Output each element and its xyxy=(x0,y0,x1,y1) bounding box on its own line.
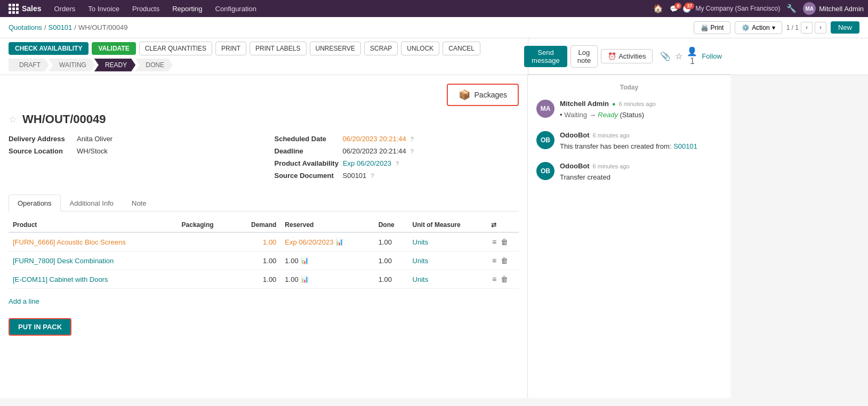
source-location-label: Source Location xyxy=(9,147,73,155)
settings-icon[interactable]: 🔧 xyxy=(784,4,799,13)
msg-status-label: (Status) xyxy=(620,111,645,119)
star-chatter-icon[interactable]: ☆ xyxy=(675,51,682,61)
nav-configuration[interactable]: Configuration xyxy=(209,0,263,17)
msg-time-3: 6 minutes ago xyxy=(593,163,630,169)
packages-button[interactable]: 📦 Packages xyxy=(447,84,519,106)
follow-button[interactable]: Follow xyxy=(702,52,722,60)
product-availability-value[interactable]: Exp 06/20/2023 xyxy=(343,159,391,167)
col-done: Done xyxy=(374,218,408,232)
col-unit: Unit of Measure xyxy=(408,218,487,232)
add-line-button[interactable]: Add a line xyxy=(9,295,39,307)
favorite-star[interactable]: ☆ xyxy=(9,113,17,125)
top-nav-right: 🏠 💬8 🕐37 My Company (San Francisco) 🔧 MA… xyxy=(651,2,864,15)
form-title-row: ☆ WH/OUT/00049 xyxy=(9,112,519,126)
unit-link-2[interactable]: Units xyxy=(413,257,429,265)
tab-operations[interactable]: Operations xyxy=(9,194,61,212)
sub-header: Quotations / S00101 / WH/OUT/00049 🖨️ Pr… xyxy=(0,17,868,38)
unlock-button[interactable]: UNLOCK xyxy=(401,42,439,55)
top-navigation: Sales Orders To Invoice Products Reporti… xyxy=(0,0,868,17)
unit-link-3[interactable]: Units xyxy=(413,275,429,283)
col-demand: Demand xyxy=(234,218,280,232)
tab-additional-info[interactable]: Additional Info xyxy=(61,194,123,212)
tab-note[interactable]: Note xyxy=(123,194,155,212)
log-note-button[interactable]: Log note xyxy=(570,45,598,68)
product-link-3[interactable]: [E-COM11] Cabinet with Doors xyxy=(13,275,108,283)
delete-icon-1[interactable]: 🗑 xyxy=(500,237,509,247)
app-brand: Sales xyxy=(22,4,42,13)
unit-cell-1: Units xyxy=(408,232,487,251)
col-product: Product xyxy=(9,218,178,232)
msg-content-3: OdooBot 6 minutes ago Transfer created xyxy=(560,162,722,183)
product-cell-3: [E-COM11] Cabinet with Doors xyxy=(9,270,178,289)
clear-quantities-button[interactable]: CLEAR QUANTITIES xyxy=(139,42,212,55)
source-location-value: WH/Stock xyxy=(77,147,108,155)
tabs-bar: Operations Additional Info Note xyxy=(9,194,519,212)
send-message-button[interactable]: Send message xyxy=(524,46,567,67)
print-sm-button[interactable]: PRINT xyxy=(215,42,246,55)
print-button[interactable]: 🖨️ Print xyxy=(694,21,731,34)
done-cell-2: 1.00 xyxy=(374,251,408,270)
unit-cell-2: Units xyxy=(408,251,487,270)
check-availability-button[interactable]: CHECK AVAILABILITY xyxy=(9,42,89,55)
unit-link-1[interactable]: Units xyxy=(413,238,429,246)
product-cell-1: [FURN_6666] Acoustic Bloc Screens xyxy=(9,232,178,251)
delivery-address-label: Delivery Address xyxy=(9,135,73,143)
nav-reporting[interactable]: Reporting xyxy=(166,0,208,17)
forecast-icon-3[interactable]: 📊 xyxy=(301,275,309,283)
forecast-icon-1[interactable]: 📊 xyxy=(335,238,343,246)
unreserve-button[interactable]: UNRESERVE xyxy=(310,42,361,55)
detail-icon-3[interactable]: ≡ xyxy=(491,274,497,285)
action-button[interactable]: ⚙️ Action ▾ xyxy=(735,21,782,34)
user-name: Mitchell Admin xyxy=(819,5,864,13)
msg-author-3: OdooBot xyxy=(560,162,590,170)
packaging-cell-1 xyxy=(178,232,234,251)
scheduled-date-help: ? xyxy=(411,136,414,142)
msg-arrow: → xyxy=(589,111,598,119)
delete-icon-3[interactable]: 🗑 xyxy=(500,274,509,285)
print-labels-button[interactable]: PRINT LABELS xyxy=(250,42,306,55)
product-link-1[interactable]: [FURN_6666] Acoustic Bloc Screens xyxy=(13,238,126,246)
breadcrumb-s00101[interactable]: S00101 xyxy=(49,23,73,31)
company-name: My Company (San Francisco) xyxy=(695,5,780,12)
msg-header-3: OdooBot 6 minutes ago xyxy=(560,162,722,170)
next-button[interactable]: › xyxy=(815,22,826,34)
delete-icon-2[interactable]: 🗑 xyxy=(500,255,509,266)
prev-button[interactable]: ‹ xyxy=(801,22,813,34)
forecast-icon-2[interactable]: 📊 xyxy=(301,257,309,264)
chatter-area: Today MA Mitchell Admin ● 6 minutes ago … xyxy=(528,75,730,398)
follower-icon[interactable]: 👤 1 xyxy=(687,46,697,66)
reserved-value-2: 1.00 xyxy=(285,257,298,265)
attachment-icon[interactable]: 📎 xyxy=(660,51,671,61)
status-done: DONE xyxy=(135,59,173,71)
demand-cell-2: 1.00 xyxy=(234,251,280,270)
scrap-button[interactable]: SCRAP xyxy=(364,42,398,55)
put-in-pack-button[interactable]: PUT IN PACK xyxy=(9,318,71,336)
msg-s00101-link[interactable]: S00101 xyxy=(673,142,697,150)
nav-to-invoice[interactable]: To Invoice xyxy=(82,0,126,17)
source-document-value: S00101 xyxy=(343,172,367,180)
source-doc-help: ? xyxy=(371,173,374,179)
new-button[interactable]: New xyxy=(831,21,859,34)
main-layout: 📦 Packages ☆ WH/OUT/00049 Delivery Addre… xyxy=(0,75,868,398)
product-link-2[interactable]: [FURN_7800] Desk Combination xyxy=(13,257,114,265)
home-icon[interactable]: 🏠 xyxy=(651,4,665,13)
app-logo[interactable]: Sales xyxy=(4,4,46,14)
sub-header-actions: 🖨️ Print ⚙️ Action ▾ 1 / 1 ‹ › New xyxy=(694,21,859,34)
detail-icon-1[interactable]: ≡ xyxy=(491,237,497,247)
nav-orders[interactable]: Orders xyxy=(48,0,82,17)
breadcrumb-quotations[interactable]: Quotations xyxy=(9,23,42,31)
status-draft: DRAFT xyxy=(9,59,49,71)
product-availability-label: Product Availability xyxy=(275,159,339,167)
activities-button[interactable]: ⏰ Activities xyxy=(601,49,653,63)
status-flow: DRAFT WAITING READY DONE xyxy=(9,59,173,71)
message-item: OB OdooBot 6 minutes ago This transfer h… xyxy=(536,131,722,152)
cancel-button[interactable]: CANCEL xyxy=(443,42,480,55)
delivery-address-group: Delivery Address Anita Oliver xyxy=(9,135,253,143)
user-menu[interactable]: MA Mitchell Admin xyxy=(803,2,864,15)
validate-button[interactable]: VALIDATE xyxy=(92,42,135,55)
form-title: WH/OUT/00049 xyxy=(22,112,106,126)
nav-products[interactable]: Products xyxy=(126,0,166,17)
clock-icon[interactable]: 🕐37 xyxy=(682,5,691,13)
detail-icon-2[interactable]: ≡ xyxy=(491,255,497,266)
messages-icon[interactable]: 💬8 xyxy=(670,5,678,13)
